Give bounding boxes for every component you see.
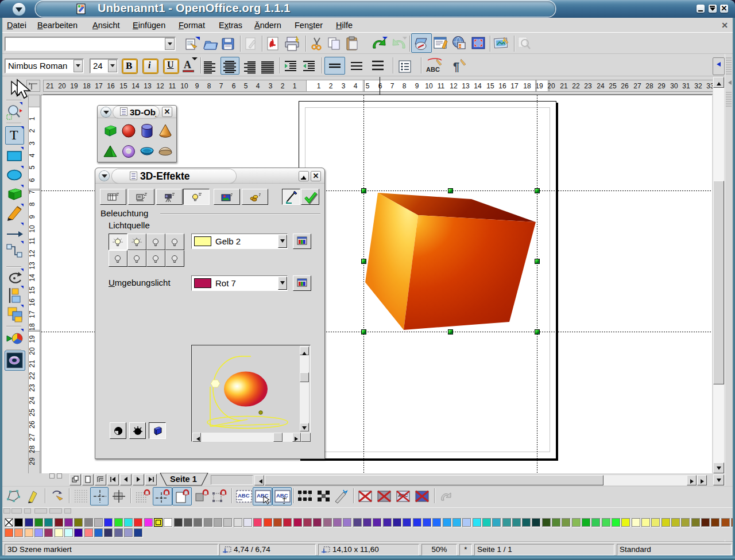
svg-text:ABC: ABC: [257, 492, 269, 499]
svg-text:ABC: ABC: [426, 66, 440, 73]
svg-text:ABC: ABC: [238, 492, 250, 499]
svg-text:¶: ¶: [453, 60, 459, 73]
svg-text:ABC: ABC: [276, 492, 288, 499]
